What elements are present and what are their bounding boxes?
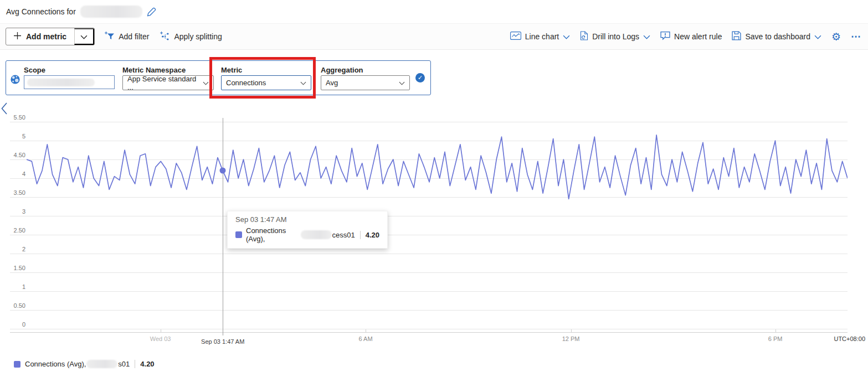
timezone-label: UTC+08:00 [834,335,865,342]
x-axis-tick [366,329,366,332]
series-line [27,122,848,329]
chevron-down-icon [563,32,570,41]
drill-into-logs-label: Drill into Logs [592,32,639,41]
chevron-left-icon [1,109,8,117]
chart-type-label: Line chart [525,32,559,41]
metric-namespace-label: Metric Namespace [122,66,186,74]
metrics-explorer-page: Avg Connections for Add metric [0,0,868,377]
y-axis-tick-label: 3 [0,208,25,215]
y-axis-tick-label: 2 [0,246,25,252]
add-filter-button[interactable]: Add filter [105,32,149,42]
add-metric-dropdown[interactable] [74,28,94,45]
x-axis-tick [161,329,161,332]
new-alert-rule-button[interactable]: New alert rule [660,31,722,42]
metric-namespace-value: App Service standard ... [127,75,203,91]
add-metric-button[interactable]: Add metric [6,28,74,45]
add-filter-label: Add filter [119,32,149,41]
legend-swatch [14,361,20,368]
x-axis-tick-label: 6 PM [768,335,783,342]
chart-type-button[interactable]: Line chart [510,32,570,42]
series-swatch [235,231,242,238]
hover-time-label: Sep 03 1:47 AM [201,338,244,345]
metric-namespace-select[interactable]: App Service standard ... [122,75,214,90]
hover-point-marker [220,168,226,174]
y-axis-tick-label: 0 [0,321,25,328]
aggregation-select[interactable]: Avg [321,75,410,90]
y-axis-tick-label: 3.50 [0,189,25,196]
save-icon [732,31,741,42]
scope-input[interactable] [24,75,115,89]
metric-select[interactable]: Connections [221,75,311,90]
gear-icon: ⚙ [831,31,841,43]
y-axis-tick-label: 1 [0,283,25,290]
legend-series-name: Connections (Avg), [25,360,86,368]
collapse-panel-button[interactable] [1,102,8,117]
legend-series-suffix: s01 [118,360,130,368]
chevron-down-icon [80,33,88,41]
x-axis-tick [571,329,572,332]
y-axis-tick-label: 1.50 [0,265,25,271]
edit-title-button[interactable] [147,7,156,17]
command-bar: Add metric Add filter Apply splitt [0,23,868,50]
settings-gear-button[interactable]: ⚙ [831,32,841,42]
ellipsis-icon: ⋯ [851,31,861,42]
y-axis-tick-label: 0.50 [0,302,25,309]
tooltip-divider [360,231,361,239]
y-axis-tick-label: 4.50 [0,152,25,158]
pencil-icon [147,10,156,18]
splitting-icon [160,32,170,42]
metric-config-panel: Scope Metric Namespace App Service stand… [6,60,431,95]
drill-into-logs-button[interactable]: Drill into Logs [580,31,650,42]
x-axis-tick-label: Wed 03 [150,335,171,342]
tooltip-series-suffix: cess01 [332,231,355,239]
x-axis-line [10,332,848,333]
chevron-down-icon [399,79,405,87]
legend-item[interactable]: Connections (Avg), s01 4.20 [14,360,155,368]
applied-check-icon: ✓ [415,73,425,82]
add-metric-split-button: Add metric [6,28,95,45]
metric-label: Metric [221,66,242,74]
chevron-down-icon [814,32,821,41]
add-metric-label: Add metric [26,32,66,41]
x-axis-tick-label: 12 PM [562,335,580,342]
tooltip-series-row: Connections (Avg), cess01 4.20 [235,226,379,243]
line-chart-icon [510,32,521,42]
chevron-down-icon [203,79,209,87]
title-bar: Avg Connections for [0,0,868,23]
metrics-chart[interactable]: 5.5054.5043.5032.5021.5010.500 Wed 036 A… [0,113,868,357]
chevron-down-icon [300,79,306,87]
redacted-tooltip-resource [301,230,331,239]
page-title: Avg Connections for [6,7,76,16]
chart-tooltip: Sep 03 1:47 AM Connections (Avg), cess01… [227,211,388,249]
y-axis-tick-label: 4 [0,171,25,177]
apply-splitting-label: Apply splitting [174,32,222,41]
x-axis-tick-label: 6 AM [359,335,373,342]
tooltip-series-name: Connections (Avg), [246,226,300,243]
aggregation-value: Avg [326,79,338,87]
plus-icon [14,32,21,41]
legend-value: 4.20 [140,360,154,368]
y-axis-tick-label: 5 [0,133,25,140]
more-options-button[interactable]: ⋯ [851,32,861,42]
tooltip-time: Sep 03 1:47 AM [235,215,379,224]
hover-crosshair-line [223,118,223,335]
tooltip-value: 4.20 [366,231,379,239]
new-alert-rule-label: New alert rule [674,32,722,41]
gridline [10,329,848,329]
apply-splitting-button[interactable]: Apply splitting [160,32,222,42]
chevron-down-icon [643,32,650,41]
alert-icon [660,31,670,42]
aggregation-label: Aggregation [321,66,363,74]
command-bar-left: Add metric Add filter Apply splitt [6,28,233,45]
legend-divider [135,360,135,368]
save-to-dashboard-button[interactable]: Save to dashboard [732,31,821,42]
logs-document-icon [580,31,588,42]
command-bar-right: Line chart Drill into Logs New alert r [510,31,861,42]
y-axis-tick-label: 2.50 [0,227,25,234]
save-to-dashboard-label: Save to dashboard [745,32,810,41]
metric-value: Connections [226,79,266,87]
x-axis-tick [775,329,776,332]
scope-globe-icon [11,75,20,86]
redacted-resource-name [80,6,142,18]
scope-label: Scope [24,66,45,74]
